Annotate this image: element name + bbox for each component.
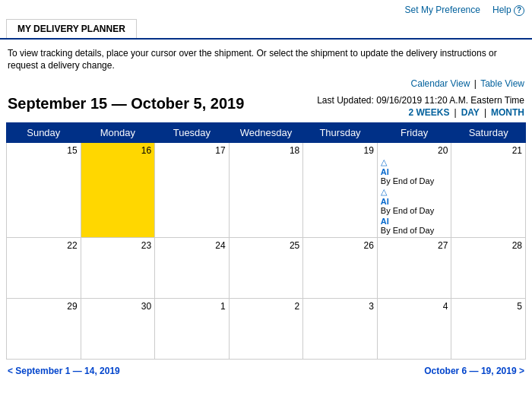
day-number: 22 xyxy=(10,240,78,251)
calendar-day[interactable]: 28 xyxy=(451,238,526,299)
delivery-eod: By End of Day xyxy=(381,226,434,235)
calendar-day[interactable]: 30 xyxy=(81,299,155,360)
prev-period-link[interactable]: < September 1 — 14, 2019 xyxy=(8,366,120,376)
calendar-day[interactable]: 3 xyxy=(303,299,378,360)
col-sunday: Sunday xyxy=(7,123,81,143)
day-number: 1 xyxy=(158,301,226,312)
day-number: 19 xyxy=(306,145,374,156)
alert-icon: △ xyxy=(381,187,387,196)
last-updated: Last Updated: 09/16/2019 11:20 A.M. East… xyxy=(317,95,524,106)
period-sep2: | xyxy=(484,107,486,118)
calendar-day[interactable]: 22 xyxy=(7,238,81,299)
delivery-item: △AIBy End of Day xyxy=(381,157,448,185)
delivery-link[interactable]: AI xyxy=(381,167,448,176)
delivery-item: AIBy End of Day xyxy=(381,217,448,235)
calendar-header-row: Sunday Monday Tuesday Wednesday Thursday… xyxy=(7,123,526,143)
tab-my-delivery-planner[interactable]: MY DELIVERY PLANNER xyxy=(6,19,137,38)
month-link[interactable]: MONTH xyxy=(491,107,524,118)
delivery-item: △AIBy End of Day xyxy=(381,187,448,215)
calendar-day[interactable]: 20△AIBy End of Day△AIBy End of DayAIBy E… xyxy=(377,143,451,238)
calendar-day[interactable]: 2 xyxy=(229,299,303,360)
day-number: 3 xyxy=(306,301,374,312)
date-range: September 15 — October 5, 2019 xyxy=(8,95,244,113)
calendar-day[interactable]: 23 xyxy=(81,238,155,299)
period-links: 2 WEEKS | DAY | MONTH xyxy=(317,107,524,118)
calendar-view-link[interactable]: Calendar View xyxy=(411,78,470,89)
day-number: 17 xyxy=(158,145,226,156)
calendar-day[interactable]: 1 xyxy=(155,299,230,360)
col-tuesday: Tuesday xyxy=(155,123,230,143)
calendar-day[interactable]: 26 xyxy=(303,238,378,299)
alert-icon: △ xyxy=(381,157,387,166)
tab-bar: MY DELIVERY PLANNER xyxy=(0,19,532,40)
calendar-day[interactable]: 17 xyxy=(155,143,230,238)
day-number: 20 xyxy=(381,145,448,156)
day-number: 26 xyxy=(306,240,374,251)
day-number: 16 xyxy=(84,145,152,156)
help-label: Help xyxy=(492,5,511,15)
day-number: 4 xyxy=(381,301,448,312)
day-link[interactable]: DAY xyxy=(461,107,480,118)
calendar-week-2: 22232425262728 xyxy=(7,238,526,299)
day-number: 23 xyxy=(84,240,152,251)
calendar-day[interactable]: 16 xyxy=(81,143,155,238)
day-number: 2 xyxy=(233,301,300,312)
two-weeks-link[interactable]: 2 WEEKS xyxy=(409,107,450,118)
header-right: Last Updated: 09/16/2019 11:20 A.M. East… xyxy=(317,95,524,118)
calendar-day[interactable]: 4 xyxy=(377,299,451,360)
col-monday: Monday xyxy=(81,123,155,143)
col-wednesday: Wednesday xyxy=(229,123,303,143)
instruction-text: To view tracking details, place your cur… xyxy=(0,40,532,78)
day-number: 27 xyxy=(381,240,448,251)
calendar-day[interactable]: 25 xyxy=(229,238,303,299)
day-number: 28 xyxy=(454,240,522,251)
calendar-day[interactable]: 21 xyxy=(451,143,526,238)
top-bar: Set My Preference Help ? xyxy=(0,0,532,19)
nav-footer: < September 1 — 14, 2019 October 6 — 19,… xyxy=(0,360,532,379)
calendar-header: September 15 — October 5, 2019 Last Upda… xyxy=(0,92,532,122)
delivery-link[interactable]: AI xyxy=(381,197,448,206)
calendar-day[interactable]: 27 xyxy=(377,238,451,299)
day-number: 21 xyxy=(454,145,522,156)
calendar-day[interactable]: 19 xyxy=(303,143,378,238)
calendar-week-3: 293012345 xyxy=(7,299,526,360)
calendar-container: Sunday Monday Tuesday Wednesday Thursday… xyxy=(0,122,532,360)
period-sep1: | xyxy=(454,107,457,118)
view-links: Calendar View | Table View xyxy=(0,77,532,92)
set-preference-link[interactable]: Set My Preference xyxy=(405,5,480,16)
day-number: 18 xyxy=(233,145,300,156)
help-link[interactable]: Help ? xyxy=(492,5,524,16)
day-number: 15 xyxy=(10,145,78,156)
help-icon: ? xyxy=(514,5,524,16)
table-view-link[interactable]: Table View xyxy=(480,78,524,89)
view-separator: | xyxy=(474,78,479,89)
calendar-table: Sunday Monday Tuesday Wednesday Thursday… xyxy=(6,122,526,360)
col-saturday: Saturday xyxy=(451,123,526,143)
day-number: 24 xyxy=(158,240,226,251)
calendar-week-1: 151617181920△AIBy End of Day△AIBy End of… xyxy=(7,143,526,238)
day-number: 25 xyxy=(233,240,300,251)
day-number: 5 xyxy=(454,301,522,312)
calendar-day[interactable]: 24 xyxy=(155,238,230,299)
calendar-day[interactable]: 29 xyxy=(7,299,81,360)
calendar-day[interactable]: 15 xyxy=(7,143,81,238)
next-period-link[interactable]: October 6 — 19, 2019 > xyxy=(424,366,524,376)
calendar-day[interactable]: 18 xyxy=(229,143,303,238)
delivery-eod: By End of Day xyxy=(381,206,434,215)
day-number: 30 xyxy=(84,301,152,312)
day-number: 29 xyxy=(10,301,78,312)
col-friday: Friday xyxy=(377,123,451,143)
col-thursday: Thursday xyxy=(303,123,378,143)
calendar-day[interactable]: 5 xyxy=(451,299,526,360)
delivery-link[interactable]: AI xyxy=(381,217,448,226)
delivery-eod: By End of Day xyxy=(381,176,434,185)
